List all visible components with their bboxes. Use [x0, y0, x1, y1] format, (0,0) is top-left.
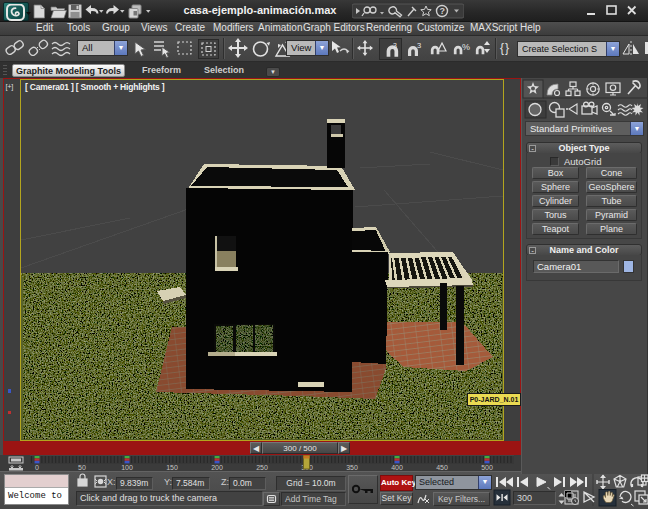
svg-text:3: 3	[393, 42, 397, 49]
svg-text:250: 250	[256, 464, 268, 471]
svg-text:Y:: Y:	[164, 477, 172, 487]
svg-text:%: %	[462, 42, 470, 52]
svg-text:3: 3	[417, 41, 421, 50]
svg-text:?: ?	[440, 6, 446, 16]
svg-text:{ }: { }	[500, 41, 509, 55]
svg-text:350: 350	[346, 464, 358, 471]
svg-text:100: 100	[121, 464, 133, 471]
svg-text:Z:: Z:	[221, 477, 229, 487]
svg-text:50: 50	[78, 464, 86, 471]
svg-text:0: 0	[35, 464, 39, 471]
svg-text:500: 500	[481, 464, 493, 471]
svg-text:400: 400	[391, 464, 403, 471]
svg-text:X:: X:	[107, 477, 116, 487]
svg-text:450: 450	[436, 464, 448, 471]
svg-text:200: 200	[211, 464, 223, 471]
svg-text:150: 150	[166, 464, 178, 471]
